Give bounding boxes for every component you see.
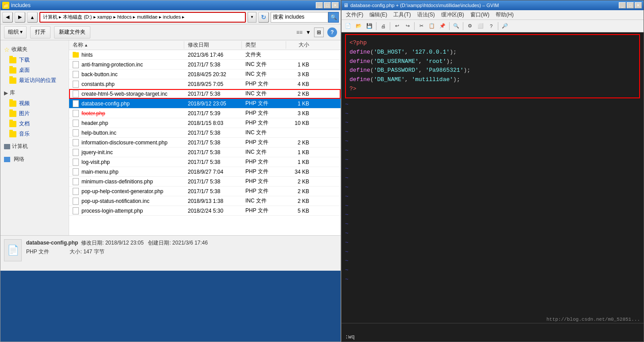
table-row[interactable]: pop-up-help-context-generator.php 2017/1… xyxy=(69,187,341,196)
tilde-line: ~ xyxy=(345,266,640,275)
minimize-button[interactable]: _ xyxy=(316,2,323,8)
gvim-sep6 xyxy=(498,22,498,30)
sidebar-item-pictures[interactable]: 图片 xyxy=(0,109,69,119)
sidebar-item-desktop[interactable]: 桌面 xyxy=(0,65,69,75)
gvim-save-btn[interactable]: 💾 xyxy=(365,21,374,31)
gvim-copy-btn[interactable]: 📋 xyxy=(427,21,437,31)
file-name-cell: log-visit.php xyxy=(69,159,184,166)
forward-button[interactable]: ▶ xyxy=(15,12,25,23)
view-dropdown[interactable]: ▼ xyxy=(303,27,313,37)
table-row[interactable]: log-visit.php 2017/1/7 5:38 PHP 文件 1 KB xyxy=(69,157,341,167)
column-date[interactable]: 修改日期 xyxy=(184,41,242,49)
file-name-cell: main-menu.php xyxy=(69,168,184,175)
new-folder-button[interactable]: 新建文件夹 xyxy=(54,26,90,39)
view-toggle[interactable]: ⊞ xyxy=(314,27,324,37)
gvim-menu-file[interactable]: 文件(F) xyxy=(343,10,366,19)
table-row[interactable]: main-menu.php 2018/9/27 7:04 PHP 文件 34 K… xyxy=(69,167,341,177)
gvim-code-content[interactable]: <?php define('DB_HOST', '127.0.0.1'); de… xyxy=(341,32,644,323)
search-button[interactable]: 🔍 xyxy=(328,12,339,23)
gvim-menu-syntax[interactable]: 语法(S) xyxy=(415,10,438,19)
file-name-cell: header.php xyxy=(69,120,184,127)
file-icon xyxy=(73,71,79,78)
file-list-header: 名称 ▲ 修改日期 类型 大小 xyxy=(69,40,341,50)
gvim-close-button[interactable]: ✕ xyxy=(635,2,642,8)
file-size-cell: 5 KB xyxy=(286,208,313,214)
gvim-icon: 🖥 xyxy=(343,2,349,8)
gvim-zoom-btn[interactable]: 🔎 xyxy=(500,21,510,31)
table-row[interactable]: jquery-init.inc 2017/1/7 5:38 INC 文件 1 K… xyxy=(69,148,341,157)
gvim-print-btn[interactable]: 🖨 xyxy=(378,21,388,31)
favorites-header[interactable]: ☆ 收藏夹 xyxy=(0,44,69,55)
file-name: main-menu.php xyxy=(81,169,118,175)
refresh-button[interactable]: ↻ xyxy=(258,12,269,23)
gvim-new-btn[interactable]: 📄 xyxy=(343,21,353,31)
column-type[interactable]: 类型 xyxy=(242,41,286,49)
gvim-title-buttons: _ □ ✕ xyxy=(619,2,642,8)
gvim-editor[interactable]: <?php define('DB_HOST', '127.0.0.1'); de… xyxy=(341,32,644,323)
tilde-line: ~ xyxy=(345,220,640,229)
network-header[interactable]: 网络 xyxy=(0,154,69,165)
table-row[interactable]: process-login-attempt.php 2018/2/24 5:30… xyxy=(69,206,341,216)
gvim-menu-buffer[interactable]: 缓冲区(B) xyxy=(438,10,467,19)
table-row[interactable]: back-button.inc 2018/4/25 20:32 INC 文件 3… xyxy=(69,70,341,79)
search-input[interactable] xyxy=(271,12,328,23)
table-row[interactable]: header.php 2018/1/15 8:03 PHP 文件 10 KB xyxy=(69,118,341,128)
gvim-undo-btn[interactable]: ↩ xyxy=(392,21,402,31)
file-name: hints xyxy=(81,52,93,58)
computer-header[interactable]: 计算机 xyxy=(0,141,69,152)
sidebar-item-music[interactable]: 音乐 xyxy=(0,129,69,139)
table-row[interactable]: create-html-5-web-storage-target.inc 201… xyxy=(69,89,341,99)
gvim-title-bar: 🖥 database-config.php + (D:\xampp\htdocs… xyxy=(341,0,644,10)
documents-label: 文档 xyxy=(19,120,30,128)
gvim-paste-btn[interactable]: 📌 xyxy=(438,21,447,31)
address-dropdown[interactable]: ▼ xyxy=(248,12,256,23)
table-row[interactable]: information-disclosure-comment.php 2017/… xyxy=(69,138,341,148)
table-row[interactable]: pop-up-status-notification.inc 2018/9/13… xyxy=(69,196,341,206)
gvim-find-btn[interactable]: 🔍 xyxy=(451,21,461,31)
file-name-cell: database-config.php xyxy=(69,100,184,107)
sidebar-item-documents[interactable]: 文档 xyxy=(0,119,69,129)
table-row[interactable]: database-config.php 2018/9/12 23:05 PHP … xyxy=(69,99,341,109)
sidebar-item-recent[interactable]: 最近访问的位置 xyxy=(0,75,69,86)
gvim-cmd-line[interactable]: :wq xyxy=(341,333,644,342)
tilde-line: ~ xyxy=(345,118,640,128)
file-date-cell: 2017/1/7 5:38 xyxy=(184,130,242,136)
gvim-restore-button[interactable]: □ xyxy=(627,2,634,8)
gvim-open-btn[interactable]: 📂 xyxy=(354,21,364,31)
gvim-redo-btn[interactable]: ↪ xyxy=(403,21,412,31)
table-row[interactable]: hints 2021/3/6 17:46 文件夹 xyxy=(69,50,341,60)
tilde-line: ~ xyxy=(345,238,640,248)
table-row[interactable]: footer.php 2017/1/7 5:39 PHP 文件 3 KB xyxy=(69,109,341,118)
gvim-help-btn[interactable]: ? xyxy=(486,21,496,31)
column-size[interactable]: 大小 xyxy=(286,41,313,49)
table-row[interactable]: constants.php 2018/9/25 7:05 PHP 文件 4 KB xyxy=(69,79,341,89)
gvim-extra2-btn[interactable]: ⬜ xyxy=(476,21,485,31)
gvim-menu-window[interactable]: 窗口(W) xyxy=(468,10,492,19)
sidebar-item-downloads[interactable]: 下载 xyxy=(0,55,69,65)
column-name[interactable]: 名称 ▲ xyxy=(69,41,184,49)
close-button[interactable]: ✕ xyxy=(332,2,339,8)
gvim-menu-edit[interactable]: 编辑(E) xyxy=(367,10,390,19)
help-button[interactable]: ? xyxy=(327,27,337,37)
file-size-cell: 1 KB xyxy=(286,62,313,68)
sidebar-item-video[interactable]: 视频 xyxy=(0,98,69,109)
file-name-cell: back-button.inc xyxy=(69,71,184,78)
up-button[interactable]: ▲ xyxy=(27,12,38,23)
table-row[interactable]: help-button.inc 2017/1/7 5:38 INC 文件 xyxy=(69,128,341,138)
gvim-menu-help[interactable]: 帮助(H) xyxy=(493,10,516,19)
gvim-minimize-button[interactable]: _ xyxy=(619,2,626,8)
organize-button[interactable]: 组织 ▾ xyxy=(4,26,27,39)
file-name-cell: pop-up-status-notification.inc xyxy=(69,198,184,205)
table-row[interactable]: anti-framing-protection.inc 2017/1/7 5:3… xyxy=(69,60,341,70)
table-row[interactable]: minimum-class-definitions.php 2017/1/7 5… xyxy=(69,177,341,187)
restore-button[interactable]: □ xyxy=(324,2,331,8)
file-list: 名称 ▲ 修改日期 类型 大小 hints 2021/3/6 17:46 xyxy=(69,40,341,235)
back-button[interactable]: ◀ xyxy=(2,12,13,23)
address-bar[interactable]: 计算机 ▸ 本地磁盘 (D:) ▸ xampp ▸ htdocs ▸ mutil… xyxy=(39,12,246,23)
gvim-cut-btn[interactable]: ✂ xyxy=(416,21,426,31)
gvim-menu-tools[interactable]: 工具(T) xyxy=(391,10,413,19)
gvim-extra1-btn[interactable]: ⚙ xyxy=(465,21,475,31)
library-header[interactable]: ▶ 库 xyxy=(0,87,69,98)
open-button[interactable]: 打开 xyxy=(30,26,50,39)
recent-folder-icon xyxy=(9,78,16,84)
